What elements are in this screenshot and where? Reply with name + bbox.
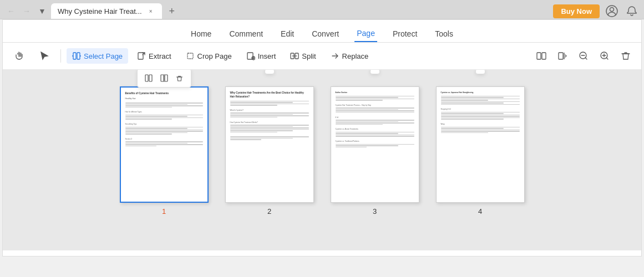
svg-rect-19 xyxy=(165,75,168,81)
svg-rect-5 xyxy=(187,53,193,59)
extract-button[interactable]: Extract xyxy=(131,48,176,64)
page-number-2: 2 xyxy=(267,207,271,216)
delete-button[interactable] xyxy=(617,47,635,65)
page-content-3: Author Section Cysteine Hair Treatment P… xyxy=(331,87,419,152)
arrow-icon xyxy=(39,51,49,61)
svg-rect-11 xyxy=(542,53,546,59)
back-button[interactable]: ← xyxy=(4,4,18,18)
menu-page[interactable]: Page xyxy=(354,25,377,42)
crop-label: Crop Page xyxy=(197,52,232,60)
svg-point-1 xyxy=(610,8,614,12)
split-icon xyxy=(290,52,299,60)
page-number-1: 1 xyxy=(162,207,166,216)
page-thumb-3[interactable]: Author Section Cysteine Hair Treatment P… xyxy=(331,86,419,203)
replace-icon xyxy=(331,52,339,60)
svg-rect-17 xyxy=(149,75,152,81)
page-thumb-wrapper-4: Cysteine vs. Japanese Hair Straightening… xyxy=(436,86,525,203)
select-page-button[interactable]: Select Page xyxy=(67,48,128,64)
svg-rect-16 xyxy=(145,75,148,81)
extract-icon xyxy=(137,52,146,60)
page-content-4: Cysteine vs. Japanese Hair Straightening… xyxy=(437,87,524,138)
tab-title: Why Cysteine Hair Treat... xyxy=(58,7,142,16)
zoom-out-button[interactable] xyxy=(575,47,592,65)
browser-chrome: ← → ▼ Why Cysteine Hair Treat... × + Buy… xyxy=(0,0,644,19)
content-area: Benefits of Cysteine Hair Treatments Hea… xyxy=(3,70,641,250)
page-overlay-tools-1 xyxy=(137,70,191,88)
page-delete-button-1[interactable] xyxy=(173,71,186,85)
hand-tool-button[interactable] xyxy=(9,48,31,64)
forward-button[interactable]: → xyxy=(20,4,33,18)
page2-title: Why Cysteine Hair Treatments Are the Bes… xyxy=(230,91,309,99)
select-page-icon xyxy=(72,52,81,60)
tab-bar: ← → ▼ Why Cysteine Hair Treat... × + Buy… xyxy=(0,0,644,19)
page4-title: Cysteine vs. Japanese Hair Straightening xyxy=(441,91,520,94)
svg-rect-18 xyxy=(161,75,164,81)
toolbar: Select Page Extract Crop Page Insert xyxy=(3,43,641,70)
insert-button[interactable]: Insert xyxy=(241,48,282,64)
page1-subtitle: Healthy Hair xyxy=(125,98,203,100)
page-thumb-wrapper-1: Benefits of Cysteine Hair Treatments Hea… xyxy=(120,86,209,203)
buy-now-button[interactable]: Buy Now xyxy=(553,4,600,18)
page-item-3: Author Section Cysteine Hair Treatment P… xyxy=(331,86,419,216)
page-thumb-1[interactable]: Benefits of Cysteine Hair Treatments Hea… xyxy=(120,86,209,203)
page-content-2: Why Cysteine Hair Treatments Are the Bes… xyxy=(226,87,313,145)
menu-protect[interactable]: Protect xyxy=(391,26,419,42)
insert-label: Insert xyxy=(258,52,276,60)
select-page-label: Select Page xyxy=(84,52,123,60)
page-thumb-wrapper-3: Author Section Cysteine Hair Treatment P… xyxy=(331,86,419,203)
zoom-out-icon xyxy=(578,50,589,61)
menu-home[interactable]: Home xyxy=(189,26,214,42)
menu-edit[interactable]: Edit xyxy=(278,26,296,42)
page-two-col-button-1[interactable] xyxy=(142,71,155,85)
crop-button[interactable]: Crop Page xyxy=(180,48,237,64)
toolbar-divider-1 xyxy=(60,49,61,63)
page-number-3: 3 xyxy=(373,207,377,216)
menu-bar: Home Comment Edit Convert Page Protect T… xyxy=(3,20,641,43)
split-label: Split xyxy=(302,52,316,60)
bell-icon[interactable] xyxy=(624,3,640,19)
browser-actions: Buy Now xyxy=(553,3,640,19)
single-page-view-button[interactable] xyxy=(554,47,571,65)
menu-tools[interactable]: Tools xyxy=(433,26,455,42)
page-split-button-1[interactable] xyxy=(158,71,171,85)
svg-rect-3 xyxy=(77,53,80,59)
active-tab[interactable]: Why Cysteine Hair Treat... × xyxy=(51,3,162,19)
replace-button[interactable]: Replace xyxy=(325,48,374,64)
crop-icon xyxy=(186,52,195,60)
page-number-4: 4 xyxy=(478,207,482,216)
page-item-4: Cysteine vs. Japanese Hair Straightening… xyxy=(436,86,525,216)
menu-comment[interactable]: Comment xyxy=(227,26,265,42)
profile-icon[interactable] xyxy=(604,3,620,19)
page-overlay-tools-2 xyxy=(265,70,275,74)
zoom-in-button[interactable] xyxy=(596,47,613,65)
zoom-in-icon xyxy=(599,50,610,61)
new-tab-button[interactable]: + xyxy=(164,3,180,19)
insert-icon xyxy=(246,52,255,60)
svg-rect-2 xyxy=(73,53,76,59)
page-item-1: Benefits of Cysteine Hair Treatments Hea… xyxy=(120,86,209,216)
replace-label: Replace xyxy=(342,52,369,60)
page-thumb-2[interactable]: Why Cysteine Hair Treatments Are the Bes… xyxy=(225,86,314,203)
page-overlay-tools-4 xyxy=(475,70,485,74)
arrow-tool-button[interactable] xyxy=(34,48,55,64)
page-content-1: Benefits of Cysteine Hair Treatments Hea… xyxy=(121,88,207,151)
svg-rect-10 xyxy=(537,53,541,59)
delete-icon xyxy=(620,50,631,61)
tab-close-button[interactable]: × xyxy=(146,7,155,16)
dropdown-button[interactable]: ▼ xyxy=(36,4,49,18)
menu-convert[interactable]: Convert xyxy=(310,26,341,42)
page-item-2: Why Cysteine Hair Treatments Are the Bes… xyxy=(225,86,314,216)
split-button[interactable]: Split xyxy=(285,48,321,64)
svg-rect-4 xyxy=(138,53,143,59)
page-overlay-tools-3 xyxy=(370,70,380,74)
app-container: Home Comment Edit Convert Page Protect T… xyxy=(2,19,642,257)
page-thumb-wrapper-2: Why Cysteine Hair Treatments Are the Bes… xyxy=(225,86,314,203)
page3-title: Author Section xyxy=(336,91,414,94)
two-page-icon xyxy=(536,50,547,61)
two-page-view-button[interactable] xyxy=(533,47,550,65)
page-thumb-4[interactable]: Cysteine vs. Japanese Hair Straightening… xyxy=(436,86,525,203)
extract-label: Extract xyxy=(149,52,171,60)
page1-title: Benefits of Cysteine Hair Treatments xyxy=(125,92,203,96)
single-page-icon xyxy=(557,50,568,61)
hand-icon xyxy=(15,51,25,61)
